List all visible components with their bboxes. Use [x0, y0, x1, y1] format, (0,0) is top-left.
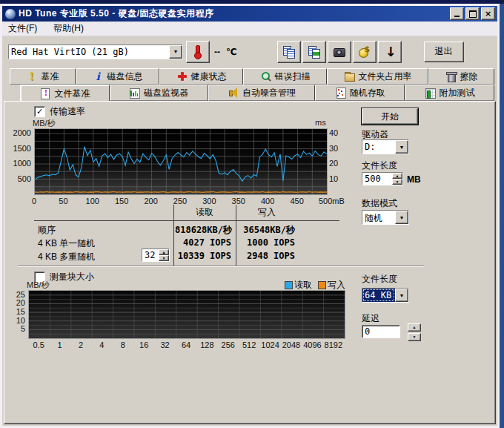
- chevron-down-icon[interactable]: ▼: [395, 140, 408, 154]
- x-tick: 100: [82, 197, 103, 205]
- drive-combo-value: D:: [362, 140, 395, 154]
- maximize-icon: [469, 10, 477, 18]
- spin-down-icon[interactable]: ▼: [392, 179, 402, 185]
- tab-label: 擦除: [460, 70, 478, 83]
- spin-up-icon[interactable]: ▲: [159, 249, 169, 255]
- copy-icon: [282, 45, 296, 59]
- file-length-spinner[interactable]: 500 ▲▼: [362, 172, 403, 185]
- temperature-button[interactable]: [186, 41, 210, 63]
- menubar: 文件(F)帮助(H): [2, 22, 497, 36]
- benchmark-icon: [27, 71, 38, 82]
- file-benchmark-icon: [39, 88, 50, 99]
- transfer-rate-checkbox-label: 传输速率: [50, 105, 85, 118]
- y-left-axis-unit: MB/秒: [33, 118, 56, 129]
- tab-随机存取[interactable]: 随机存取: [315, 85, 405, 101]
- file-length-unit: MB: [407, 174, 421, 185]
- y-left-tick: 500: [7, 174, 31, 183]
- toolbar-buttons: [277, 41, 402, 63]
- block-x-tick: 4: [90, 340, 113, 349]
- table-col-header-0: 读取: [173, 206, 236, 219]
- exit-button[interactable]: 退出: [424, 42, 464, 62]
- toolbar: Red Hat VirtIO (21 gB) ▼ -- ℃ 退出: [2, 36, 497, 67]
- file-length-value: 500: [362, 173, 392, 185]
- menu-item-1[interactable]: 帮助(H): [52, 22, 85, 36]
- delay-updown: ▲ ▼: [408, 323, 421, 341]
- transfer-rate-checkbox[interactable]: ✓: [34, 106, 45, 117]
- x-tick: 400: [257, 197, 278, 205]
- block-size-checkbox-label: 测量块大小: [50, 271, 94, 283]
- tab-健康状态[interactable]: 健康状态: [159, 68, 243, 85]
- transfer-rate-chart: [34, 128, 328, 195]
- coins-button[interactable]: [353, 41, 377, 63]
- tab-文件夹占用率[interactable]: 文件夹占用率: [327, 68, 428, 85]
- titlebar: HD Tune 专业版 5.50 - 硬盘/固态硬盘实用程序 ×: [2, 6, 497, 22]
- tab-擦除[interactable]: 擦除: [428, 68, 494, 85]
- x-tick: 0: [24, 197, 44, 205]
- block-y-tick: 10: [9, 316, 25, 325]
- queue-depth-value: 32: [142, 249, 159, 261]
- tab-label: 随机存取: [350, 87, 385, 99]
- block-size-chart: [28, 290, 345, 339]
- spin-down-icon[interactable]: ▼: [159, 255, 169, 261]
- y-right-axis-unit: ms: [315, 118, 326, 127]
- block-x-tick: 8192: [322, 340, 345, 349]
- erase-icon: [445, 71, 457, 82]
- start-button[interactable]: 开始: [362, 108, 418, 125]
- tab-基准[interactable]: 基准: [10, 68, 76, 85]
- table-write-value: 36548KB/秒: [239, 224, 295, 237]
- drive-combo[interactable]: D: ▼: [362, 139, 409, 154]
- x-tick: 50: [53, 197, 73, 205]
- maximize-button[interactable]: [465, 7, 480, 20]
- chevron-down-icon[interactable]: ▼: [395, 211, 408, 224]
- delay-input[interactable]: 0: [362, 325, 400, 338]
- queue-depth-spinner[interactable]: 32▲▼: [142, 248, 170, 262]
- tab-附加测试[interactable]: 附加测试: [405, 85, 494, 101]
- delay-label: 延迟: [362, 312, 379, 325]
- tab-错误扫描[interactable]: 错误扫描: [243, 68, 327, 85]
- spin-up-icon[interactable]: ▲: [392, 173, 402, 179]
- aam-icon: [228, 88, 239, 98]
- data-mode-combo[interactable]: 随机 ▼: [362, 210, 409, 225]
- copy-image-button[interactable]: [302, 41, 326, 63]
- spin-down-icon[interactable]: ▼: [408, 333, 421, 341]
- tab-row-2: 文件基准磁盘监视器自动噪音管理随机存取附加测试: [10, 85, 494, 101]
- chevron-down-icon[interactable]: ▼: [395, 289, 408, 302]
- block-x-tick: 1: [48, 340, 72, 349]
- table-read-value: 4027 IOPS: [175, 237, 231, 248]
- spin-up-icon[interactable]: ▲: [408, 323, 421, 332]
- download-button[interactable]: [378, 41, 402, 63]
- camera-icon: [332, 45, 347, 59]
- folder-usage-icon: [344, 71, 355, 82]
- block-file-length-combo[interactable]: 64 KB ▼: [362, 288, 409, 303]
- health-icon: [176, 71, 188, 82]
- copy-button[interactable]: [277, 41, 301, 63]
- tab-磁盘监视器[interactable]: 磁盘监视器: [110, 85, 208, 101]
- legend-swatch-icon: [318, 281, 326, 289]
- table-row-label: 顺序: [38, 224, 56, 237]
- y-right-tick: 40: [329, 128, 347, 137]
- desktop-background: HD Tune 专业版 5.50 - 硬盘/固态硬盘实用程序 × 文件(F)帮助…: [0, 0, 504, 428]
- tab-label: 附加测试: [440, 87, 475, 99]
- block-x-tick: 256: [216, 340, 240, 349]
- y-right-tick: 10: [329, 174, 347, 183]
- file-benchmark-page: ✓ 传输速率 MB/秒 ms 2000150010005004030201005…: [4, 101, 496, 424]
- tab-文件基准[interactable]: 文件基准: [20, 85, 110, 102]
- tab-磁盘信息[interactable]: 磁盘信息: [76, 68, 159, 85]
- legend-swatch-icon: [285, 281, 293, 289]
- table-divider-vertical: [236, 205, 236, 266]
- chevron-down-icon[interactable]: ▼: [169, 45, 182, 59]
- thermometer-icon: [190, 45, 205, 59]
- y-left-tick: 1000: [7, 159, 31, 168]
- block-x-tick: 2: [69, 340, 93, 349]
- camera-button[interactable]: [328, 41, 351, 63]
- drive-select-value: Red Hat VirtIO (21 gB): [9, 45, 169, 59]
- coins-icon: [357, 45, 372, 59]
- tab-label: 文件基准: [54, 88, 90, 100]
- download-icon: [382, 45, 397, 59]
- tab-自动噪音管理[interactable]: 自动噪音管理: [208, 85, 316, 101]
- y-left-tick: 1500: [7, 144, 31, 153]
- minimize-button[interactable]: [450, 7, 464, 20]
- menu-item-0[interactable]: 文件(F): [7, 22, 39, 36]
- close-button[interactable]: ×: [481, 7, 495, 20]
- drive-select[interactable]: Red Hat VirtIO (21 gB) ▼: [8, 45, 183, 59]
